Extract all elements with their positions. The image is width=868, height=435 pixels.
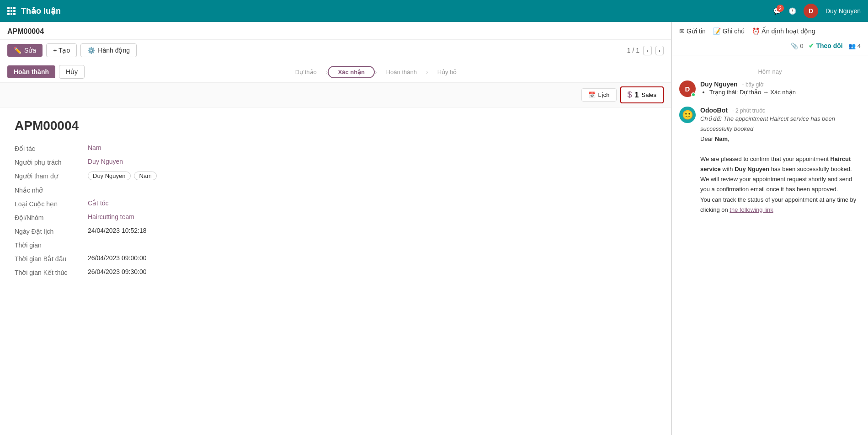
user-name[interactable]: Duy Nguyen [825, 7, 861, 15]
email-para2: We will review your appointment request … [700, 174, 861, 194]
field-ngay-dat-lich: Ngày Đặt lịch 24/04/2023 10:52:18 [15, 227, 656, 235]
send-message-label: Gửi tin [687, 27, 706, 35]
date-divider: Hôm nay [679, 68, 861, 75]
tag-nam[interactable]: Nam [134, 172, 156, 180]
calendar-icon: 📅 [588, 91, 596, 98]
label-phu-trach: Người phụ trách [15, 158, 88, 166]
value-doi-nhom[interactable]: Haircutting team [88, 213, 134, 220]
status-bar: Hoàn thành Hủy Dự thảo › Xác nhận › Hoàn… [0, 61, 671, 83]
user-avatar[interactable]: D [804, 4, 818, 18]
following-link[interactable]: the following link [730, 206, 773, 213]
top-nav: Thảo luận 💬 2 🕐 D Duy Nguyen [0, 0, 868, 22]
checkmark-icon: ✔ [809, 42, 814, 49]
value-doi-tac[interactable]: Nam [88, 144, 101, 151]
email-para1: We are pleased to confirm that your appo… [700, 154, 861, 174]
step-complete[interactable]: Hoàn thành [377, 67, 426, 77]
status-change: Trạng thái: Dự thảo → Xác nhận [709, 88, 861, 97]
next-button[interactable]: › [655, 46, 664, 55]
clock-icon[interactable]: 🕐 [788, 7, 796, 15]
email-para3: You can track the status of your appoint… [700, 195, 861, 215]
label-thoi-gian: Thời gian [15, 241, 88, 249]
sales-count: 1 [635, 91, 639, 99]
cancel-button[interactable]: Hủy [59, 65, 85, 79]
value-loai-cuoc-hen[interactable]: Cắt tóc [88, 199, 109, 207]
step-draft[interactable]: Dự thảo [286, 67, 326, 77]
activity-btn[interactable]: ⏰ Ấn định hoạt động [752, 27, 815, 35]
action-label: Hành động [98, 47, 130, 54]
message-badge: 2 [777, 5, 784, 12]
main-layout: APM00004 ✏️ Sửa + Tạo ⚙️ Hành động 1 / 1… [0, 22, 868, 435]
activity-label: Ấn định hoạt động [761, 27, 815, 35]
right-meta: 📎 0 ✔ Theo dõi 👥 4 [791, 42, 861, 49]
chatter-message-duy: D Duy Nguyen - bây giờ Trạng thái: Dự th… [679, 81, 861, 99]
duy-message-header: Duy Nguyen - bây giờ [700, 81, 861, 88]
left-panel: APM00004 ✏️ Sửa + Tạo ⚙️ Hành động 1 / 1… [0, 22, 671, 435]
pagination-text: 1 / 1 [627, 47, 639, 54]
tag-duy[interactable]: Duy Nguyen [88, 172, 131, 180]
step-cancel[interactable]: Hủy bỏ [428, 67, 466, 77]
attachments-count: 0 [800, 43, 803, 49]
chatter-message-odoobot: 🙂 OdooBot - 2 phút trước Chủ đề: The app… [679, 107, 861, 215]
sales-label: Sales [641, 91, 656, 98]
label-ngay-dat-lich: Ngày Đặt lịch [15, 227, 88, 235]
status-steps: Dự thảo › Xác nhận › Hoàn thành › Hủy bỏ [88, 66, 664, 78]
duy-message-body: Trạng thái: Dự thảo → Xác nhận [700, 88, 861, 97]
pencil-icon: ✏️ [14, 47, 21, 54]
value-tg-bat-dau: 26/04/2023 09:00:00 [88, 254, 146, 262]
edit-button[interactable]: ✏️ Sửa [7, 44, 43, 57]
step-confirm[interactable]: Xác nhận [328, 66, 375, 78]
follow-label: Theo dõi [816, 42, 842, 49]
value-tg-ket-thuc: 26/04/2023 09:30:00 [88, 268, 146, 275]
followers-count[interactable]: 👥 4 [848, 43, 861, 49]
odoobot-sender-name: OdooBot [700, 107, 728, 114]
prev-button[interactable]: ‹ [643, 46, 651, 55]
edit-label: Sửa [24, 47, 36, 54]
right-panel: ✉ Gửi tin 📝 Ghi chú ⏰ Ấn định hoạt động … [671, 22, 868, 435]
field-phu-trach: Người phụ trách Duy Nguyen [15, 158, 656, 166]
label-doi-nhom: Đội/Nhóm [15, 213, 88, 221]
calendar-smart-btn[interactable]: 📅 Lịch [581, 88, 617, 102]
field-tg-ket-thuc: Thời gian Kết thúc 26/04/2023 09:30:00 [15, 268, 656, 276]
gear-icon: ⚙️ [87, 47, 95, 54]
follow-button[interactable]: ✔ Theo dõi [809, 42, 842, 49]
cancel-label: Hủy [66, 68, 78, 75]
duy-message-content: Duy Nguyen - bây giờ Trạng thái: Dự thảo… [700, 81, 861, 99]
email-salutation: Dear Nam, [700, 134, 861, 144]
send-message-btn[interactable]: ✉ Gửi tin [679, 27, 706, 35]
followers-num: 4 [857, 43, 861, 49]
field-doi-nhom: Đội/Nhóm Haircutting team [15, 213, 656, 221]
avatar-odoobot: 🙂 [679, 107, 696, 123]
value-phu-trach[interactable]: Duy Nguyen [88, 158, 123, 165]
duy-message-time: - bây giờ [742, 81, 763, 88]
messages-icon[interactable]: 💬 2 [773, 7, 781, 15]
chatter: Hôm nay D Duy Nguyen - bây giờ Trạng thá… [672, 55, 868, 435]
odoobot-message-time: - 2 phút trước [732, 107, 765, 114]
label-nhac-nho: Nhắc nhở [15, 186, 88, 194]
attachments-meta[interactable]: 📎 0 [791, 43, 803, 49]
form-area: APM00004 Đối tác Nam Người phụ trách Duy… [0, 107, 671, 293]
sales-smart-btn[interactable]: $ 1 Sales [620, 86, 664, 103]
note-icon: 📝 [713, 27, 721, 35]
action-button[interactable]: ⚙️ Hành động [80, 43, 137, 57]
pagination: 1 / 1 ‹ › [627, 46, 664, 55]
dollar-icon: $ [628, 90, 632, 100]
create-button[interactable]: + Tạo [46, 43, 77, 57]
complete-button[interactable]: Hoàn thành [7, 65, 55, 78]
form-title: APM00004 [15, 118, 656, 133]
grid-menu-icon[interactable] [7, 7, 16, 15]
activity-icon: ⏰ [752, 27, 760, 35]
label-loai-cuoc-hen: Loại Cuộc hẹn [15, 199, 88, 208]
value-tham-du: Duy Nguyen Nam [88, 172, 159, 180]
note-btn[interactable]: 📝 Ghi chú [713, 27, 745, 35]
field-thoi-gian: Thời gian [15, 241, 656, 249]
note-label: Ghi chú [723, 27, 745, 35]
nav-right: 💬 2 🕐 D Duy Nguyen [773, 4, 861, 18]
label-tg-ket-thuc: Thời gian Kết thúc [15, 268, 88, 276]
record-header: APM00004 [0, 22, 671, 40]
paperclip-icon: 📎 [791, 43, 798, 49]
create-label: + Tạo [53, 47, 70, 54]
label-doi-tac: Đối tác [15, 144, 88, 152]
field-nhac-nho: Nhắc nhở [15, 186, 656, 194]
odoobot-message-body: Chủ đề: The appointment Haircut service … [700, 114, 861, 215]
field-doi-tac: Đối tác Nam [15, 144, 656, 152]
